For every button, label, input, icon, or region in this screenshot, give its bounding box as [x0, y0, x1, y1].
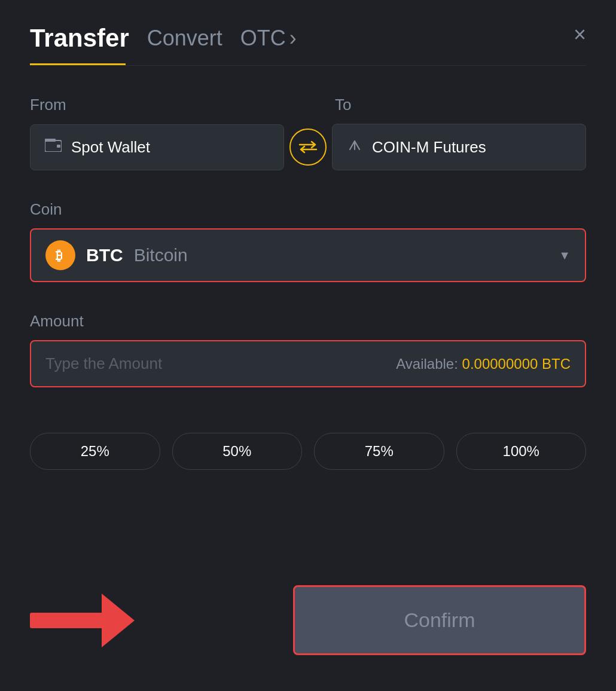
tab-transfer[interactable]: Transfer — [30, 24, 129, 53]
coin-section: Coin ₿ BTC Bitcoin ▼ — [30, 200, 586, 312]
available-text: Available: 0.00000000 BTC — [396, 356, 571, 372]
amount-placeholder: Type the Amount — [45, 354, 162, 373]
close-button[interactable]: × — [574, 24, 586, 45]
from-wallet-selector[interactable]: Spot Wallet — [30, 124, 284, 170]
btc-icon: ₿ — [45, 240, 75, 270]
coin-selector[interactable]: ₿ BTC Bitcoin ▼ — [30, 228, 586, 282]
tab-otc[interactable]: OTC › — [240, 26, 297, 51]
dropdown-arrow-icon: ▼ — [559, 249, 571, 262]
futures-icon — [347, 137, 362, 157]
header-divider — [30, 65, 586, 66]
from-to-labels: From To — [30, 96, 586, 114]
amount-input-box[interactable]: Type the Amount Available: 0.00000000 BT… — [30, 340, 586, 387]
to-wallet-selector[interactable]: COIN-M Futures — [332, 124, 586, 170]
transfer-modal: Transfer Convert OTC › × From To — [0, 0, 616, 691]
from-wallet-name: Spot Wallet — [71, 138, 150, 157]
confirm-button[interactable]: Confirm — [293, 585, 586, 655]
coin-name: Bitcoin — [134, 245, 188, 265]
percent-50-button[interactable]: 50% — [172, 433, 303, 470]
percent-100-button[interactable]: 100% — [456, 433, 587, 470]
svg-text:₿: ₿ — [56, 248, 62, 263]
to-label: To — [335, 96, 586, 114]
from-label: From — [30, 96, 281, 114]
coin-symbol: BTC — [86, 245, 123, 265]
svg-rect-1 — [45, 139, 56, 142]
amount-section: Amount Type the Amount Available: 0.0000… — [30, 312, 586, 387]
swap-button[interactable] — [289, 129, 327, 166]
from-to-row: Spot Wallet COIN-M Futures — [30, 124, 586, 170]
percent-75-button[interactable]: 75% — [314, 433, 444, 470]
svg-rect-2 — [57, 145, 60, 148]
coin-label: Coin — [30, 200, 586, 219]
to-wallet-name: COIN-M Futures — [372, 138, 486, 157]
available-amount: 0.00000000 BTC — [462, 356, 571, 372]
modal-header: Transfer Convert OTC › × — [30, 24, 586, 53]
amount-label: Amount — [30, 312, 586, 331]
from-to-section: From To Spot Wallet — [30, 96, 586, 170]
swap-button-container — [284, 129, 332, 166]
arrow-indicator — [30, 594, 150, 647]
wallet-icon — [45, 139, 62, 155]
tab-convert[interactable]: Convert — [147, 26, 222, 51]
percent-row: 25% 50% 75% 100% — [30, 433, 586, 470]
percent-25-button[interactable]: 25% — [30, 433, 160, 470]
bottom-section: Confirm — [30, 561, 586, 655]
